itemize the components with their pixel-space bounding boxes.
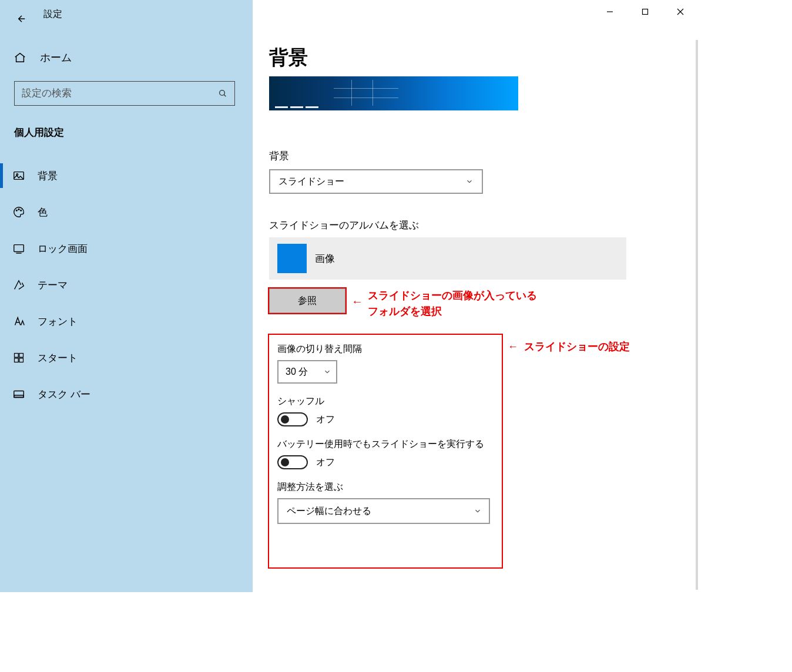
svg-rect-6 [14, 245, 24, 252]
shuffle-toggle[interactable] [277, 412, 308, 426]
picture-icon [12, 169, 26, 183]
svg-point-3 [16, 210, 17, 211]
album-name: 画像 [315, 252, 335, 266]
arrow-left-red-icon: ← [351, 294, 363, 309]
lockscreen-icon [12, 241, 26, 256]
arrow-left-icon [16, 14, 27, 24]
battery-value: オフ [316, 456, 335, 469]
sidebar-item-label: 色 [38, 206, 48, 219]
annotation-browse: ← スライドショーの画像が入っている フォルダを選択 [351, 288, 537, 320]
sidebar-item-themes[interactable]: テーマ [0, 267, 253, 303]
sidebar-item-fonts[interactable]: フォント [0, 303, 253, 340]
svg-rect-9 [19, 354, 24, 358]
chevron-down-icon [465, 177, 474, 186]
sidebar-item-label: ロック画面 [38, 242, 88, 256]
svg-point-0 [220, 90, 225, 96]
browse-button[interactable]: 参照 [269, 288, 345, 313]
sidebar-item-label: タスク バー [38, 388, 90, 401]
sidebar-item-taskbar[interactable]: タスク バー [0, 376, 253, 412]
close-button[interactable] [663, 0, 698, 23]
interval-dropdown[interactable]: 30 分 [277, 360, 337, 384]
album-label: スライドショーのアルバムを選ぶ [269, 219, 419, 232]
svg-rect-8 [15, 354, 19, 358]
background-dropdown-value: スライドショー [278, 176, 344, 188]
browse-button-label: 参照 [298, 295, 317, 307]
sidebar-item-lockscreen[interactable]: ロック画面 [0, 230, 253, 267]
sidebar-item-label: 背景 [38, 169, 58, 183]
taskbar-icon [12, 387, 26, 401]
svg-rect-10 [15, 358, 19, 362]
album-thumbnail [277, 244, 307, 273]
sidebar-item-label: フォント [38, 315, 78, 328]
chevron-down-icon [474, 507, 482, 515]
main-content: 背景 背景 スライドショー スライドショーのアルバムを選ぶ 画像 参照 ← スラ… [253, 0, 698, 592]
back-button[interactable] [9, 7, 34, 31]
shuffle-label: シャッフル [277, 395, 494, 408]
background-preview [269, 76, 518, 110]
sidebar-item-background[interactable]: 背景 [0, 157, 253, 194]
battery-toggle[interactable] [277, 455, 308, 469]
sidebar-item-label: テーマ [38, 278, 68, 292]
chevron-down-icon [323, 368, 331, 376]
sidebar-item-home[interactable]: ホーム [11, 46, 74, 69]
maximize-icon [642, 8, 649, 15]
svg-rect-13 [14, 395, 24, 398]
close-icon [677, 8, 684, 15]
maximize-button[interactable] [627, 0, 663, 23]
sidebar-item-colors[interactable]: 色 [0, 194, 253, 230]
svg-rect-14 [643, 9, 648, 15]
sidebar-nav: 背景 色 ロック画面 テーマ [0, 157, 253, 412]
fit-value: ページ幅に合わせる [287, 505, 371, 518]
svg-point-4 [18, 209, 19, 210]
search-icon [211, 82, 234, 105]
album-tile[interactable]: 画像 [269, 237, 626, 280]
sidebar: 設定 ホーム 個人用設定 背景 [0, 0, 253, 592]
sidebar-item-start[interactable]: スタート [0, 340, 253, 376]
svg-rect-11 [19, 358, 24, 362]
font-icon [12, 314, 26, 328]
start-icon [12, 351, 26, 365]
background-dropdown[interactable]: スライドショー [269, 169, 483, 194]
home-icon [13, 51, 27, 65]
sidebar-category-title: 個人用設定 [14, 126, 64, 139]
background-dropdown-label: 背景 [269, 149, 289, 163]
sidebar-item-label: スタート [38, 351, 78, 365]
fit-label: 調整方法を選ぶ [277, 481, 494, 493]
home-label: ホーム [40, 51, 72, 65]
slideshow-settings-group: 画像の切り替え間隔 30 分 シャッフル オフ バッテリー使用時でもスライドショ… [268, 334, 503, 569]
minimize-button[interactable] [592, 0, 627, 23]
interval-value: 30 分 [286, 366, 308, 378]
theme-icon [12, 278, 26, 292]
search-box[interactable] [14, 81, 235, 106]
svg-rect-7 [16, 253, 21, 253]
palette-icon [12, 205, 26, 219]
interval-label: 画像の切り替え間隔 [277, 343, 494, 355]
vertical-scrollbar[interactable] [696, 40, 698, 590]
minimize-icon [606, 8, 613, 15]
annotation-slideshow: ← スライドショーの設定 [508, 340, 630, 354]
fit-dropdown[interactable]: ページ幅に合わせる [277, 498, 490, 524]
arrow-left-red-icon: ← [508, 341, 518, 353]
page-title: 背景 [269, 45, 308, 71]
app-title: 設定 [43, 8, 62, 21]
svg-point-5 [21, 210, 22, 211]
battery-label: バッテリー使用時でもスライドショーを実行する [277, 438, 494, 451]
shuffle-value: オフ [316, 414, 335, 426]
search-input[interactable] [15, 88, 211, 99]
